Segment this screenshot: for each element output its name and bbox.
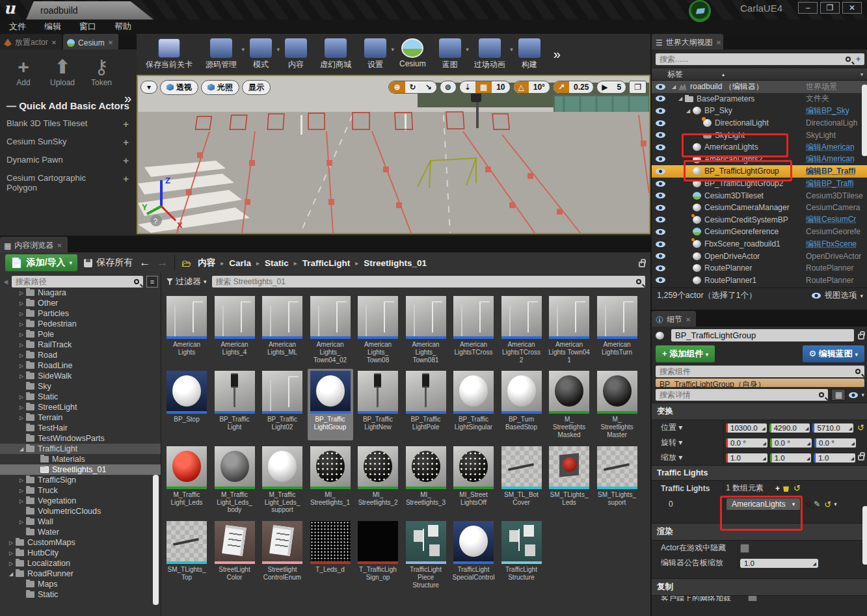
quick-add-item[interactable]: Cesium Cartographic Polygon + xyxy=(0,166,137,193)
folder-tree-item[interactable]: Localization xyxy=(0,558,161,569)
asset-tile[interactable]: American LightsTurn xyxy=(594,294,640,365)
asset-tile[interactable]: American LightsTCross xyxy=(451,294,496,365)
asset-tile[interactable]: American Lights xyxy=(164,294,209,365)
actor-label[interactable]: CesiumCreditSystemBP xyxy=(704,215,788,224)
sort-asc-icon[interactable]: ▴ xyxy=(722,72,725,77)
cesium-action-button[interactable]: ⬆ Upload xyxy=(46,56,79,87)
view-options-button[interactable]: 视图选项▾ xyxy=(812,290,863,301)
scale-snap-value[interactable]: 0.25 xyxy=(569,81,593,93)
expander-arrow-icon[interactable] xyxy=(20,363,26,369)
breadcrumb-item[interactable]: 内容▸ xyxy=(198,257,224,269)
tutorial-badge-icon[interactable] xyxy=(689,0,711,22)
breadcrumb-item[interactable]: Static▸ xyxy=(265,258,297,268)
visibility-eye-icon[interactable] xyxy=(656,265,665,271)
add-filter-icon[interactable]: + xyxy=(856,55,860,64)
asset-tile[interactable]: American LightsTCross 2 xyxy=(499,294,544,365)
asset-tile[interactable]: TrafficLight Piece Structure xyxy=(403,519,449,590)
sort-desc-icon[interactable]: ▾ xyxy=(860,72,863,77)
lock-icon[interactable] xyxy=(858,334,864,340)
tab-place-actors[interactable]: 放置actor✕ xyxy=(0,34,62,49)
folder-tree-item[interactable]: RoadRunner xyxy=(0,569,161,579)
folder-tree-item[interactable]: Truck xyxy=(0,485,161,496)
outliner-row[interactable]: FbxScene_roadbuild1 编辑FbxScene xyxy=(652,238,867,250)
search-components-input[interactable]: 搜索组件 xyxy=(656,366,864,377)
actor-type-link[interactable]: 编辑FbxScene xyxy=(806,239,867,250)
actor-type-link[interactable]: 编辑BP_Sky xyxy=(806,105,867,116)
outliner-row[interactable]: BaseParameters 文件夹 xyxy=(652,93,867,105)
asset-tile[interactable]: MI_ Streetlights_3 xyxy=(403,444,449,515)
folder-tree-item[interactable]: Other xyxy=(0,298,161,308)
actor-label[interactable]: AmericanLights xyxy=(704,142,758,152)
breadcrumb-item[interactable]: Carla▸ xyxy=(229,258,260,268)
asset-tile[interactable]: BP_Traffic LightPole xyxy=(403,369,449,440)
angle-snap-value[interactable]: 10° xyxy=(529,81,550,93)
camera-speed-icon[interactable]: ▶ xyxy=(597,81,612,93)
expander-arrow-icon[interactable] xyxy=(20,488,26,494)
outliner-row[interactable]: Cesium3DTileset Cesium3DTilese xyxy=(652,189,867,202)
maximize-viewport-icon[interactable]: ❐ xyxy=(629,81,647,94)
element-options-icon[interactable]: ▾ xyxy=(834,501,837,507)
folder-tree-item[interactable]: TestWindowsParts xyxy=(0,433,161,444)
asset-tile[interactable]: M_ Streetlights Masked xyxy=(546,369,592,440)
actor-type-link[interactable]: 编辑American xyxy=(806,142,867,153)
actor-label[interactable]: OpenDriveActor xyxy=(704,252,760,261)
outliner-row[interactable]: CesiumCameraManager CesiumCamera xyxy=(652,202,867,214)
transform-section-header[interactable]: 变换 xyxy=(652,403,867,420)
toolbar-button[interactable]: 虚幻商城 xyxy=(313,37,358,72)
folder-tree-item[interactable]: Particles xyxy=(0,308,161,319)
asset-tile[interactable]: M_Traffic Light_Leds xyxy=(164,444,209,515)
delete-array-icon[interactable] xyxy=(782,485,790,492)
actor-type-link[interactable]: SkyLight xyxy=(806,131,867,140)
toolbar-button[interactable]: 模式 ▾ xyxy=(243,37,278,72)
rotation-y-field[interactable]: 0.0 ° xyxy=(770,438,812,448)
toolbar-button[interactable]: 构建 xyxy=(512,37,547,72)
visibility-eye-icon[interactable] xyxy=(656,181,665,187)
visibility-eye-icon[interactable] xyxy=(656,229,665,235)
folder-tree-item[interactable]: Water xyxy=(0,527,161,537)
folder-tree-item[interactable]: Sky xyxy=(0,381,161,392)
asset-tile[interactable]: M_Traffic Light_Leds_ body xyxy=(212,444,258,515)
expander-arrow-icon[interactable] xyxy=(672,84,678,90)
toolbar-button[interactable]: 设置 ▾ xyxy=(358,37,393,72)
expander-arrow-icon[interactable] xyxy=(20,373,26,379)
asset-tile[interactable]: American Lights Town04 1 xyxy=(546,294,592,365)
folder-tree-item[interactable]: SideWalk xyxy=(0,371,161,381)
asset-tile[interactable]: StreetLight Color xyxy=(212,519,258,590)
actor-label[interactable]: Cesium3DTileset xyxy=(704,191,764,200)
expander-arrow-icon[interactable] xyxy=(20,342,26,348)
toolbar-button[interactable]: 保存当前关卡 xyxy=(139,37,199,72)
close-button[interactable]: ✕ xyxy=(842,2,862,14)
actor-type-link[interactable]: CesiumCamera xyxy=(806,203,867,212)
visibility-eye-icon[interactable] xyxy=(656,120,665,126)
asset-tile[interactable]: American Lights_4 xyxy=(212,294,258,365)
asset-tile[interactable]: MI_Street LightsOff xyxy=(451,444,496,515)
asset-tile[interactable]: Streetlight ControlEnum xyxy=(260,519,305,590)
expander-arrow-icon[interactable] xyxy=(9,550,16,556)
tab-content-browser[interactable]: ▦ 内容浏览器 ✕ xyxy=(0,237,68,252)
collapse-sources-icon[interactable]: ⫷ xyxy=(4,277,8,286)
scale-label[interactable]: 缩放 ▾ xyxy=(661,452,723,463)
expander-arrow-icon[interactable] xyxy=(20,353,26,358)
visibility-eye-icon[interactable] xyxy=(656,132,665,138)
property-matrix-icon[interactable]: ▦ xyxy=(831,389,846,401)
asset-tile[interactable]: SM_TL_Bot Cover xyxy=(499,444,544,515)
asset-tile[interactable]: SM_TLights_ suport xyxy=(594,444,640,515)
add-component-button[interactable]: + 添加组件 ▾ xyxy=(656,345,715,362)
actor-label[interactable]: DirectionalLight xyxy=(715,118,769,127)
tab-world-outliner[interactable]: ☰ 世界大纲视图 ✕ xyxy=(652,34,723,49)
actor-reference-dropdown[interactable]: AmericanLights▾ xyxy=(726,498,801,511)
asset-tile[interactable]: TrafficLight Structure xyxy=(499,519,544,590)
outliner-row[interactable]: BP_TrafficLightGroup 编辑BP_Traffi xyxy=(652,165,867,178)
traffic-lights-section-header[interactable]: Traffic Lights xyxy=(652,465,867,481)
folder-tree-item[interactable]: StreetLight xyxy=(0,402,161,412)
menu-item[interactable]: 文件 xyxy=(9,21,26,33)
toolbar-overflow-chevron[interactable]: » xyxy=(554,47,561,62)
asset-tile[interactable]: BP_Traffic Light xyxy=(212,369,258,440)
quick-add-item[interactable]: Cesium SunSky + xyxy=(0,129,137,148)
asset-tile[interactable]: BP_Traffic LightSingular xyxy=(451,369,496,440)
filters-button[interactable]: 过滤器▾ xyxy=(167,276,207,288)
outliner-scrollbar[interactable] xyxy=(862,85,867,156)
save-all-button[interactable]: 保存所有 xyxy=(84,257,133,269)
scale-tool-button[interactable]: ↘ xyxy=(421,81,436,93)
outliner-row[interactable]: BP_TrafficLightGroup2 编辑BP_Traffi xyxy=(652,178,867,190)
